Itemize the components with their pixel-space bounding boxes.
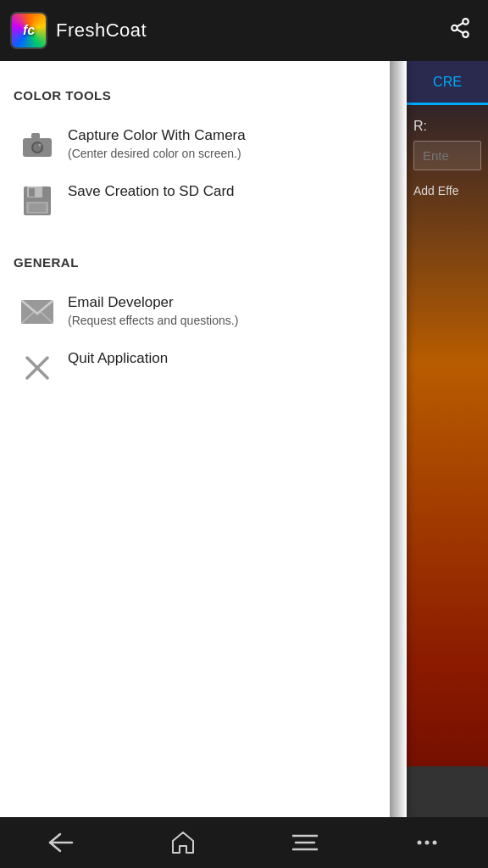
email-developer-label: Email Developer bbox=[68, 293, 238, 312]
bottom-nav bbox=[0, 817, 488, 868]
svg-point-2 bbox=[463, 31, 469, 37]
svg-rect-14 bbox=[29, 203, 46, 212]
svg-marker-21 bbox=[173, 832, 193, 853]
svg-line-3 bbox=[457, 30, 463, 33]
app-title: FreshCoat bbox=[56, 19, 147, 42]
floppy-icon-wrap bbox=[20, 184, 54, 218]
right-content: R: Add Effe bbox=[407, 105, 488, 214]
right-panel: CRE R: Add Effe bbox=[407, 61, 488, 817]
apps-button[interactable] bbox=[393, 824, 461, 861]
svg-rect-12 bbox=[29, 188, 35, 197]
email-developer-sublabel: (Request effects and questions.) bbox=[68, 314, 238, 327]
save-creation-label: Save Creation to SD Card bbox=[68, 182, 235, 201]
app-logo bbox=[10, 12, 47, 49]
action-bar-left: FreshCoat bbox=[10, 12, 442, 49]
r-label: R: bbox=[413, 119, 481, 134]
svg-point-26 bbox=[425, 841, 430, 845]
share-button[interactable] bbox=[442, 10, 478, 51]
save-creation-text: Save Creation to SD Card bbox=[68, 182, 235, 201]
home-button[interactable] bbox=[149, 824, 217, 861]
svg-point-25 bbox=[418, 841, 422, 845]
capture-color-label: Capture Color With Camera bbox=[68, 126, 246, 145]
quit-app-text: Quit Application bbox=[68, 349, 168, 368]
email-icon-wrap bbox=[20, 295, 54, 329]
svg-point-1 bbox=[452, 25, 458, 31]
section-color-tools-header: COLOR TOOLS bbox=[14, 88, 393, 103]
drawer-panel: COLOR TOOLS Capture Color With Camera (C… bbox=[0, 61, 407, 817]
menu-item-save-creation[interactable]: Save Creation to SD Card bbox=[14, 172, 393, 228]
svg-point-27 bbox=[433, 841, 437, 845]
camera-icon-wrap bbox=[20, 128, 54, 162]
menu-item-capture-color[interactable]: Capture Color With Camera (Center desire… bbox=[14, 116, 393, 172]
menu-button[interactable] bbox=[271, 824, 339, 861]
svg-line-4 bbox=[457, 23, 463, 26]
email-developer-text: Email Developer (Request effects and que… bbox=[68, 293, 238, 327]
svg-point-0 bbox=[463, 19, 469, 25]
quit-app-label: Quit Application bbox=[68, 349, 168, 368]
back-button[interactable] bbox=[27, 824, 95, 861]
action-bar: FreshCoat bbox=[0, 0, 488, 61]
main-layout: COLOR TOOLS Capture Color With Camera (C… bbox=[0, 61, 488, 817]
capture-color-sublabel: (Center desired color on screen.) bbox=[68, 147, 246, 160]
menu-item-email-developer[interactable]: Email Developer (Request effects and que… bbox=[14, 283, 393, 339]
r-input[interactable] bbox=[413, 141, 481, 170]
dark-action-button[interactable] bbox=[407, 766, 488, 817]
right-tab-bar: CRE bbox=[407, 61, 488, 105]
capture-color-text: Capture Color With Camera (Center desire… bbox=[68, 126, 246, 160]
add-effect-button[interactable]: Add Effe bbox=[413, 181, 481, 201]
section-general-header: GENERAL bbox=[14, 255, 393, 270]
x-icon-wrap bbox=[20, 351, 54, 385]
svg-rect-6 bbox=[31, 133, 40, 139]
cre-tab[interactable]: CRE bbox=[407, 61, 488, 105]
menu-item-quit-app[interactable]: Quit Application bbox=[14, 339, 393, 395]
svg-point-9 bbox=[39, 144, 42, 147]
